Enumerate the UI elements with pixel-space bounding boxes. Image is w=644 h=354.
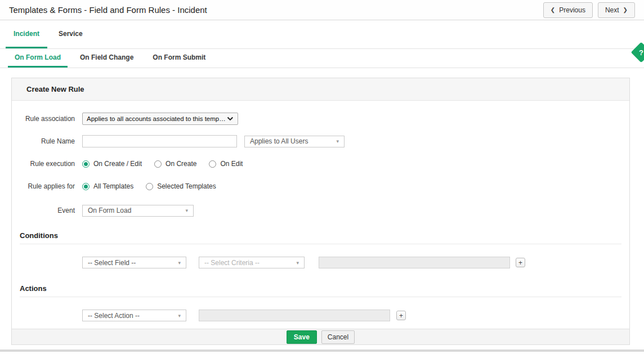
radio-label: All Templates [93, 182, 133, 190]
cancel-button[interactable]: Cancel [321, 330, 355, 344]
action-select[interactable]: -- Select Action -- ▾ [82, 310, 186, 321]
event-value: On Form Load [88, 207, 131, 214]
caret-down-icon: ▾ [178, 260, 181, 266]
condition-field-value: -- Select Field -- [88, 259, 136, 267]
question-mark-icon: ? [634, 45, 644, 60]
tab-incident[interactable]: Incident [6, 20, 47, 48]
rule-association-label: Rule association [12, 115, 75, 123]
rule-name-input[interactable] [82, 135, 237, 147]
caret-down-icon: ▾ [336, 138, 339, 144]
pagination-buttons: ❮ Previous Next ❯ [543, 2, 635, 18]
radio-label: On Edit [220, 160, 243, 168]
rule-applies-for-label: Rule applies for [12, 182, 75, 190]
page-title: Templates & Forms - Field and Form Rules… [9, 5, 207, 15]
event-label: Event [12, 207, 75, 214]
tab-on-form-submit[interactable]: On Form Submit [146, 49, 212, 68]
previous-button[interactable]: ❮ Previous [543, 2, 593, 18]
previous-button-label: Previous [559, 6, 585, 14]
rule-association-row: Rule association Applies to all accounts… [12, 107, 629, 130]
add-condition-button[interactable]: + [516, 258, 525, 267]
radio-unchecked-icon [154, 160, 162, 168]
rule-form: Rule association Applies to all accounts… [12, 101, 629, 329]
chevron-down-icon [227, 116, 234, 121]
action-row: -- Select Action -- ▾ + [82, 310, 629, 321]
add-action-button[interactable]: + [396, 311, 406, 320]
radio-label: Selected Templates [157, 182, 216, 190]
create-rule-panel: Create New Rule Rule association Applies… [11, 78, 630, 345]
conditions-heading: Conditions [20, 231, 629, 240]
radio-unchecked-icon [209, 160, 216, 168]
tab-on-field-change[interactable]: On Field Change [73, 49, 140, 68]
user-scope-select[interactable]: Applies to All Users ▾ [244, 136, 345, 147]
actions-divider [20, 297, 621, 297]
rule-name-row: Rule Name Applies to All Users ▾ [12, 130, 629, 153]
radio-all-templates[interactable]: All Templates [82, 182, 133, 190]
radio-on-create[interactable]: On Create [154, 160, 196, 168]
caret-down-icon: ▾ [185, 208, 188, 213]
rule-association-select[interactable]: Applies to all accounts associated to th… [82, 113, 238, 125]
rule-execution-row: Rule execution On Create / Edit On Creat… [12, 153, 629, 175]
rule-applies-for-options: All Templates Selected Templates [82, 182, 216, 190]
next-button-label: Next [605, 6, 619, 14]
event-select[interactable]: On Form Load ▾ [82, 205, 194, 217]
panel-title: Create New Rule [12, 78, 629, 101]
radio-label: On Create [166, 160, 196, 168]
rule-association-value: Applies to all accounts associated to th… [87, 115, 227, 122]
event-row: Event On Form Load ▾ [12, 198, 629, 223]
radio-checked-icon [82, 160, 90, 168]
radio-unchecked-icon [146, 183, 153, 190]
module-tab-bar: Incident Service ? [0, 20, 644, 49]
radio-label: On Create / Edit [93, 160, 142, 168]
condition-criteria-select[interactable]: -- Select Criteria -- ▾ [199, 257, 305, 268]
condition-field-select[interactable]: -- Select Field -- ▾ [82, 257, 186, 268]
action-value-input [199, 310, 390, 321]
condition-criteria-value: -- Select Criteria -- [204, 259, 260, 267]
tab-service[interactable]: Service [51, 20, 91, 48]
chevron-left-icon: ❮ [551, 7, 555, 13]
radio-on-create-edit[interactable]: On Create / Edit [82, 160, 142, 168]
caret-down-icon: ▾ [296, 260, 299, 266]
bottom-divider [0, 349, 644, 352]
radio-selected-templates[interactable]: Selected Templates [146, 182, 216, 190]
rule-execution-label: Rule execution [12, 160, 75, 168]
radio-on-edit[interactable]: On Edit [209, 160, 243, 168]
caret-down-icon: ▾ [178, 313, 181, 319]
action-select-value: -- Select Action -- [88, 312, 140, 320]
condition-row: -- Select Field -- ▾ -- Select Criteria … [82, 257, 629, 268]
panel-footer: Save Cancel [12, 329, 629, 344]
rule-applies-for-row: Rule applies for All Templates Selected … [12, 175, 629, 198]
rule-execution-options: On Create / Edit On Create On Edit [82, 160, 243, 168]
rule-name-label: Rule Name [12, 137, 75, 145]
tab-on-form-load[interactable]: On Form Load [8, 49, 68, 68]
top-bar: Templates & Forms - Field and Form Rules… [0, 0, 644, 20]
save-button[interactable]: Save [287, 330, 317, 344]
user-scope-value: Applies to All Users [250, 137, 308, 145]
actions-heading: Actions [20, 284, 629, 293]
next-button[interactable]: Next ❯ [598, 2, 635, 18]
chevron-right-icon: ❯ [623, 7, 628, 13]
condition-value-input [319, 257, 510, 268]
radio-checked-icon [82, 183, 90, 190]
conditions-divider [20, 244, 621, 244]
event-tab-bar: On Form Load On Field Change On Form Sub… [0, 49, 644, 68]
